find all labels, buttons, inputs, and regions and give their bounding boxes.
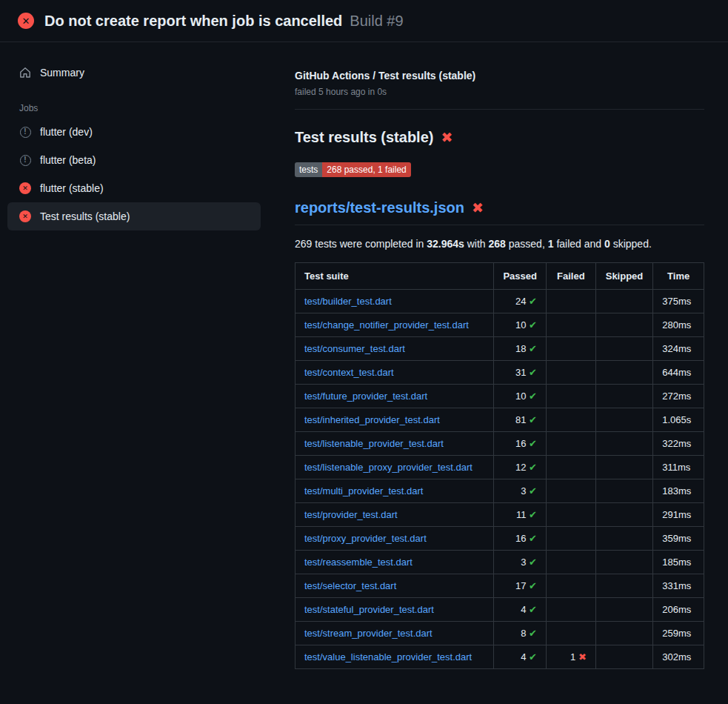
skipped-cell <box>595 574 652 598</box>
table-row: test/context_test.dart 31 ✔ 644ms <box>295 361 704 385</box>
failed-cell <box>546 290 595 313</box>
failed-cell <box>546 622 595 645</box>
check-icon: ✔ <box>529 580 537 591</box>
suite-link[interactable]: test/provider_test.dart <box>304 509 398 520</box>
divider <box>295 109 704 110</box>
jobs-section-label: Jobs <box>19 103 261 113</box>
sidebar-item-flutter-beta[interactable]: ! flutter (beta) <box>7 146 261 174</box>
failed-cell <box>546 503 595 527</box>
time-cell: 324ms <box>653 337 704 361</box>
suite-link[interactable]: test/inherited_provider_test.dart <box>304 414 440 425</box>
time-cell: 206ms <box>653 598 704 622</box>
workflow-run-title: Do not create report when job is cancell… <box>44 13 342 29</box>
column-header-test-suite: Test suite <box>295 263 494 290</box>
failed-status-icon: ✕ <box>19 210 31 222</box>
report-title-text: reports/test-results.json <box>295 199 464 216</box>
table-row: test/selector_test.dart 17 ✔ 331ms <box>295 574 704 598</box>
time-cell: 302ms <box>653 645 704 669</box>
skipped-cell <box>595 361 652 385</box>
passed-count: 18 <box>515 343 529 354</box>
passed-count: 11 <box>516 509 529 520</box>
breadcrumb: GitHub Actions / Test results (stable) <box>295 70 704 82</box>
suite-link[interactable]: test/multi_provider_test.dart <box>304 485 423 497</box>
table-row: test/future_provider_test.dart 10 ✔ 272m… <box>295 385 704 408</box>
failed-cell <box>546 574 595 598</box>
table-row: test/builder_test.dart 24 ✔ 375ms <box>295 290 704 313</box>
check-icon: ✔ <box>529 604 537 615</box>
suite-link[interactable]: test/proxy_provider_test.dart <box>304 533 427 544</box>
sidebar-item-test-results-stable[interactable]: ✕ Test results (stable) <box>7 202 261 230</box>
time-cell: 272ms <box>653 385 704 408</box>
suite-link[interactable]: test/listenable_proxy_provider_test.dart <box>304 462 472 473</box>
suite-link[interactable]: test/builder_test.dart <box>304 296 392 307</box>
passed-count: 24 <box>515 296 529 307</box>
time-cell: 291ms <box>653 503 704 527</box>
suite-link[interactable]: test/consumer_test.dart <box>304 343 405 354</box>
table-row: test/change_notifier_provider_test.dart … <box>295 313 704 337</box>
suite-link[interactable]: test/change_notifier_provider_test.dart <box>304 319 469 331</box>
passed-count: 81 <box>515 414 529 425</box>
check-icon: ✔ <box>529 557 537 568</box>
neutral-status-icon: ! <box>19 126 31 138</box>
passed-cell: 18 ✔ <box>494 337 547 361</box>
check-icon: ✔ <box>529 367 537 378</box>
check-icon: ✔ <box>529 628 537 639</box>
sidebar-item-flutter-dev[interactable]: ! flutter (dev) <box>7 118 261 146</box>
time-cell: 280ms <box>653 313 704 337</box>
failed-cell <box>546 313 595 337</box>
section-title: Test results (stable) ✖ <box>295 129 704 146</box>
passed-cell: 16 ✔ <box>494 527 547 551</box>
passed-count: 4 <box>521 651 529 663</box>
passed-total: 268 <box>489 238 506 250</box>
skipped-cell <box>595 313 652 337</box>
results-table-body: test/builder_test.dart 24 ✔ 375ms test/c… <box>295 290 704 669</box>
suite-link[interactable]: test/reassemble_test.dart <box>304 557 413 568</box>
passed-cell: 10 ✔ <box>494 385 547 408</box>
skipped-cell <box>595 551 652 574</box>
passed-count: 31 <box>515 367 529 378</box>
table-row: test/consumer_test.dart 18 ✔ 324ms <box>295 337 704 361</box>
table-row: test/value_listenable_provider_test.dart… <box>295 645 704 669</box>
top-bar: ✕ Do not create report when job is cance… <box>0 0 728 42</box>
table-header-row: Test suite Passed Failed Skipped Time <box>295 263 704 290</box>
skipped-cell <box>595 408 652 432</box>
check-icon: ✔ <box>529 533 537 544</box>
passed-count: 17 <box>515 580 529 591</box>
suite-link[interactable]: test/value_listenable_provider_test.dart <box>304 651 472 663</box>
skipped-cell <box>595 598 652 622</box>
table-row: test/stateful_provider_test.dart 4 ✔ 206… <box>295 598 704 622</box>
time-cell: 259ms <box>653 622 704 645</box>
time-cell: 185ms <box>653 551 704 574</box>
skipped-cell <box>595 432 652 456</box>
sidebar: Summary Jobs ! flutter (dev) ! flutter (… <box>0 42 271 230</box>
passed-count: 4 <box>521 604 529 615</box>
skipped-cell <box>595 290 652 313</box>
table-row: test/listenable_proxy_provider_test.dart… <box>295 456 704 479</box>
table-row: test/stream_provider_test.dart 8 ✔ 259ms <box>295 622 704 645</box>
sidebar-item-summary[interactable]: Summary <box>7 59 261 87</box>
skipped-cell <box>595 503 652 527</box>
suite-link[interactable]: test/context_test.dart <box>304 367 394 378</box>
table-row: test/inherited_provider_test.dart 81 ✔ 1… <box>295 408 704 432</box>
passed-cell: 4 ✔ <box>494 645 547 669</box>
check-icon: ✔ <box>529 391 537 402</box>
failed-cell <box>546 479 595 503</box>
time-cell: 359ms <box>653 527 704 551</box>
time-cell: 322ms <box>653 432 704 456</box>
suite-link[interactable]: test/listenable_provider_test.dart <box>304 438 444 449</box>
report-title-link[interactable]: reports/test-results.json ✖ <box>295 199 704 225</box>
table-row: test/multi_provider_test.dart 3 ✔ 183ms <box>295 479 704 503</box>
passed-cell: 17 ✔ <box>494 574 547 598</box>
tests-badge: tests 268 passed, 1 failed <box>295 162 411 177</box>
suite-link[interactable]: test/stream_provider_test.dart <box>304 628 433 639</box>
check-icon: ✔ <box>529 509 537 520</box>
job-label: Test results (stable) <box>40 210 130 222</box>
column-header-passed: Passed <box>494 263 547 290</box>
suite-link[interactable]: test/stateful_provider_test.dart <box>304 604 434 615</box>
x-icon: ✖ <box>441 130 453 145</box>
sidebar-item-flutter-stable[interactable]: ✕ flutter (stable) <box>7 174 261 202</box>
table-row: test/proxy_provider_test.dart 16 ✔ 359ms <box>295 527 704 551</box>
suite-link[interactable]: test/selector_test.dart <box>304 580 396 591</box>
skipped-cell <box>595 337 652 361</box>
suite-link[interactable]: test/future_provider_test.dart <box>304 391 427 402</box>
